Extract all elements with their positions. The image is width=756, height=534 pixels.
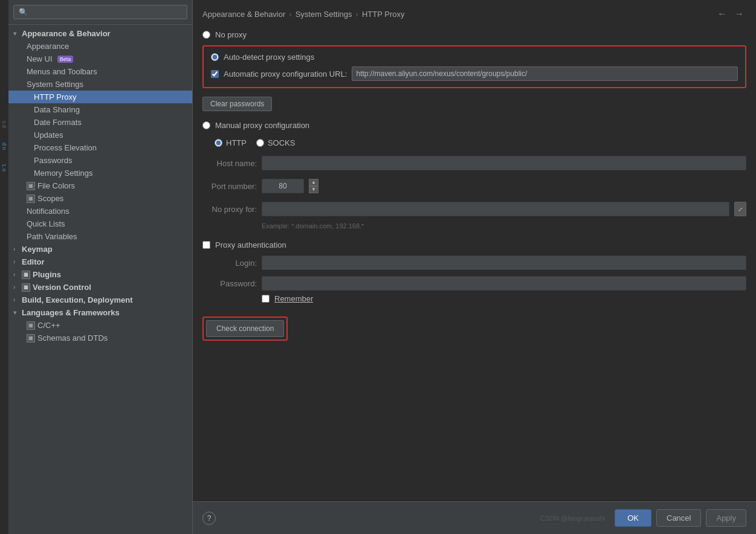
host-name-input[interactable] [262,156,746,170]
sidebar-label: Appearance [27,42,69,51]
sidebar-item-build-execution[interactable]: ›Build, Execution, Deployment [8,294,192,306]
sidebar-label: Scopes [37,194,63,203]
nav-arrows: ← → [715,7,746,21]
proxy-section: No proxy Auto-detect proxy settings Auto… [202,30,746,341]
remember-checkbox[interactable] [262,295,270,303]
sidebar-item-keymap[interactable]: ›Keymap [8,243,192,256]
item-icon: ▦ [22,271,30,279]
breadcrumb: Appearance & Behavior › System Settings … [202,10,405,19]
remember-label: Remember [274,294,313,303]
proxy-auth-label: Proxy authentication [215,240,286,249]
expand-icon: › [13,297,19,303]
socks-label: SOCKS [268,138,296,147]
auto-config-label: Automatic proxy configuration URL: [224,69,347,79]
sidebar-item-http-proxy[interactable]: HTTP Proxy [8,91,192,103]
port-spinner: ▲ ▼ [309,179,318,193]
sidebar-item-system-settings[interactable]: System Settings [8,78,192,91]
sidebar-label: System Settings [27,80,83,89]
bottom-bar: ? CSDN @fangcaojushi OK Cancel Apply [193,501,756,534]
sidebar-label: Passwords [34,156,73,165]
auto-detect-row: Auto-detect proxy settings [211,53,738,62]
sidebar-item-date-formats[interactable]: Date Formats [8,116,192,129]
expand-icon: › [13,246,19,253]
sidebar: ▾Appearance & BehaviorAppearanceNew UIBe… [8,0,193,534]
sidebar-label: Memory Settings [34,169,93,178]
sidebar-item-plugins[interactable]: ›▦Plugins [8,268,192,281]
example-text: Example: *.domain.com, 192.168.* [262,222,746,230]
http-radio[interactable] [215,139,222,147]
sidebar-label: Languages & Frameworks [22,308,120,317]
check-connection-button[interactable]: Check connection [206,320,284,337]
proxy-auth-row: Proxy authentication [202,240,746,249]
password-input[interactable] [262,276,746,291]
login-password-section: Login: Password: [202,253,746,291]
breadcrumb-sep-1: › [289,10,291,19]
sidebar-item-updates[interactable]: Updates [8,129,192,141]
auto-detect-label: Auto-detect proxy settings [224,53,314,62]
sidebar-item-scopes[interactable]: ▦Scopes [8,192,192,205]
left-edge: sd dn Lo [0,0,8,534]
sidebar-item-data-sharing[interactable]: Data Sharing [8,103,192,116]
sidebar-item-schemas-dtds[interactable]: ▦Schemas and DTDs [8,332,192,344]
ok-button[interactable]: OK [615,509,651,527]
port-down-button[interactable]: ▼ [309,186,318,193]
sidebar-label: Quick Lists [27,219,65,228]
sidebar-label: Notifications [27,207,69,216]
sidebar-item-appearance-behavior[interactable]: ▾Appearance & Behavior [8,27,192,40]
sidebar-label: Updates [34,130,63,140]
sidebar-label: Data Sharing [34,105,80,114]
sidebar-item-appearance[interactable]: Appearance [8,40,192,53]
expand-no-proxy-button[interactable]: ⤢ [734,202,746,216]
sidebar-label: Menus and Toolbars [27,67,97,76]
sidebar-item-memory-settings[interactable]: Memory Settings [8,167,192,179]
auto-detect-radio[interactable] [211,53,219,61]
password-label: Password: [202,279,257,288]
sidebar-item-menus-toolbars[interactable]: Menus and Toolbars [8,65,192,78]
proxy-auth-checkbox[interactable] [202,241,210,249]
host-name-label: Host name: [202,159,257,168]
sidebar-label: Date Formats [34,118,82,127]
back-button[interactable]: ← [715,7,729,21]
manual-proxy-label: Manual proxy configuration [215,121,309,130]
help-section: ? [202,512,216,525]
sidebar-item-cpp[interactable]: ▦C/C++ [8,319,192,332]
apply-button[interactable]: Apply [706,509,746,527]
auto-config-checkbox[interactable] [211,70,219,78]
socks-radio[interactable] [256,139,264,147]
port-number-input[interactable] [262,179,304,193]
sidebar-item-quick-lists[interactable]: Quick Lists [8,217,192,230]
http-socks-row: HTTP SOCKS [215,138,746,147]
sidebar-item-process-elevation[interactable]: Process Elevation [8,141,192,154]
clear-passwords-button[interactable]: Clear passwords [202,97,272,111]
sidebar-label: Build, Execution, Deployment [22,295,132,304]
content-header: Appearance & Behavior › System Settings … [193,0,756,25]
sidebar-item-new-ui[interactable]: New UIBeta [8,53,192,65]
no-proxy-label: No proxy [215,30,247,39]
item-icon: ▦ [27,321,35,330]
cancel-button[interactable]: Cancel [656,509,701,527]
breadcrumb-sep-2: › [356,10,358,19]
no-proxy-radio[interactable] [202,31,210,39]
login-input[interactable] [262,256,746,270]
sidebar-item-passwords[interactable]: Passwords [8,154,192,167]
auto-config-url-input[interactable] [352,66,738,81]
port-up-button[interactable]: ▲ [309,179,318,186]
forward-button[interactable]: → [732,7,746,21]
expand-icon: › [13,259,19,265]
sidebar-item-languages-frameworks[interactable]: ▾Languages & Frameworks [8,306,192,319]
no-proxy-for-input[interactable] [262,202,729,216]
expand-icon: ▾ [13,30,19,37]
help-button[interactable]: ? [202,512,216,525]
sidebar-item-file-colors[interactable]: ▦File Colors [8,179,192,192]
sidebar-item-notifications[interactable]: Notifications [8,205,192,217]
http-label: HTTP [226,138,247,147]
sidebar-label: Schemas and DTDs [37,333,108,343]
sidebar-item-version-control[interactable]: ›▦Version Control [8,281,192,294]
content-area: Appearance & Behavior › System Settings … [193,0,756,534]
search-input[interactable] [13,5,187,19]
sidebar-item-path-variables[interactable]: Path Variables [8,230,192,243]
manual-proxy-radio[interactable] [202,121,210,129]
sidebar-item-editor[interactable]: ›Editor [8,256,192,268]
sidebar-tree: ▾Appearance & BehaviorAppearanceNew UIBe… [8,25,192,534]
login-row: Login: [202,256,746,270]
